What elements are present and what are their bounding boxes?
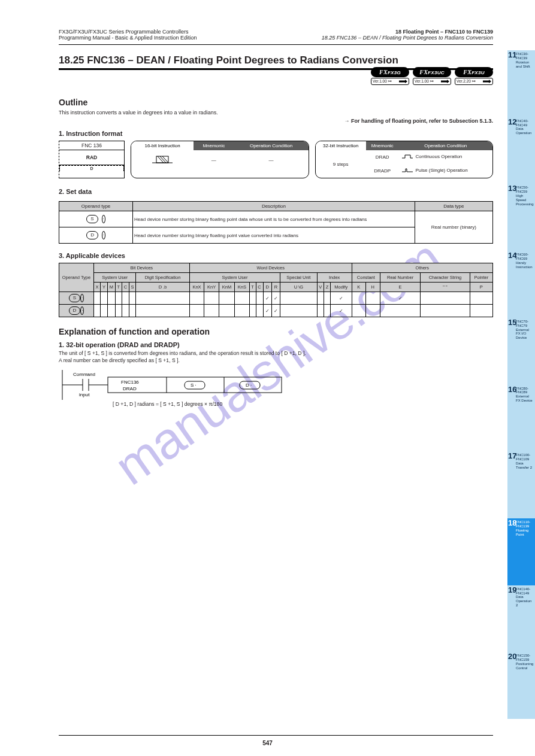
side-tab-11[interactable]: 11FNC30-FNC39 Rotation and Shift	[507, 50, 535, 117]
exp-formula: [ D +1, D ] radians = [ S +1, S ] degree…	[113, 401, 493, 408]
sd-h0: Operand type	[59, 202, 133, 211]
tab-number: 19	[508, 586, 516, 595]
tg-sub-word1: System User	[189, 273, 280, 283]
tg-col: D .b	[136, 283, 189, 292]
badge-fx3uc-top: FX3UC	[428, 70, 445, 75]
svg-text:D ·: D ·	[246, 382, 252, 388]
tg-col: R	[271, 283, 280, 292]
svg-marker-3	[447, 80, 449, 83]
tg-col: X	[93, 283, 100, 292]
ladder-fnc-name: DRAD	[123, 386, 137, 391]
outline-text: This instruction converts a value in deg…	[59, 110, 493, 116]
side-tab-16[interactable]: 16FNC80-FNC89 External FX Device	[507, 385, 535, 452]
tg-cell: ✓	[263, 292, 271, 305]
b32-h1: Mnemonic	[366, 141, 399, 150]
tg-cell	[93, 305, 100, 317]
tg-col: KnX	[189, 283, 204, 292]
side-tab-17[interactable]: 17FNC100-FNC109 Data Transfer 2	[507, 451, 535, 518]
b16-cond: —	[234, 150, 309, 169]
b32-m0: DRAD	[366, 150, 399, 164]
hatched-icon	[149, 154, 176, 166]
tg-sub-word2: Special Unit	[280, 273, 317, 283]
svg-text:Command: Command	[73, 372, 95, 377]
tab-number: 18	[508, 519, 516, 528]
tg-col: S	[129, 283, 135, 292]
tg-cell	[136, 305, 189, 317]
instruction-format: FNC 136 RAD D 16-bit Instruction Mnemoni…	[59, 141, 493, 178]
side-tab-18[interactable]: 18FNC110-FNC139 Floating Point	[507, 518, 535, 585]
side-tab-15[interactable]: 15FNC70-FNC79 External FX I/O Device	[507, 318, 535, 385]
side-tab-19[interactable]: 19FNC140-FNC149 Data Operation 2	[507, 585, 535, 652]
svg-rect-4	[483, 81, 489, 83]
page: manualshive.com FX3G/FX3U/FX3UC Series P…	[0, 0, 535, 756]
tg-cell	[365, 305, 380, 317]
section-title: 18.25 FNC136 – DEAN / Floating Point Deg…	[59, 54, 493, 66]
tg-col: Modify	[330, 283, 352, 292]
outline-reference: → For handling of floating point, refer …	[59, 118, 493, 124]
tg-h-word: Word Devices	[189, 263, 352, 273]
svg-text:input: input	[79, 392, 90, 397]
tab-label: FNC80-FNC89 External FX Device	[516, 387, 533, 403]
tab-label: FNC50-FNC59 High Speed Processing	[516, 186, 533, 206]
tg-col: KnS	[235, 283, 250, 292]
page-header: FX3G/FX3U/FX3UC Series Programmable Cont…	[59, 29, 493, 41]
svg-text:S ·: S ·	[191, 382, 197, 388]
side-tabs: 11FNC30-FNC39 Rotation and Shift12FNC40-…	[507, 50, 535, 719]
fnc-mnemonic: RAD	[59, 150, 124, 165]
sd-r0-pill1: ·	[102, 215, 105, 223]
tab-label: FNC150-FNC159 Positioning Control	[516, 654, 533, 670]
continuous-icon	[402, 154, 413, 159]
tg-col: Z	[324, 283, 331, 292]
b32-c0: Continuous Operation	[415, 154, 462, 159]
tg-cell	[129, 292, 135, 305]
tg-cell: ✓	[330, 305, 352, 317]
tg-cell	[122, 305, 129, 317]
format-heading: 1. Instruction format	[59, 130, 493, 137]
tg-cell	[219, 292, 234, 305]
tab-label: FNC30-FNC39 Rotation and Shift	[516, 52, 533, 69]
tg-cell	[107, 305, 115, 317]
side-tab-20[interactable]: 20FNC150-FNC159 Positioning Control	[507, 652, 535, 719]
b16-mnemonic: —	[194, 150, 234, 169]
badge-fx3g-bot: Ver.1.00 ↦	[373, 79, 392, 84]
side-tab-13[interactable]: 13FNC50-FNC59 High Speed Processing	[507, 184, 535, 251]
tg-col: V	[317, 283, 324, 292]
tg-cell	[380, 305, 420, 317]
exp-sub: 1. 32-bit operation (DRAD and DRADP)	[59, 341, 493, 348]
header-left-bottom: Programming Manual - Basic & Applied Ins…	[59, 35, 197, 41]
box-32bit: 32-bit Instruction Mnemonic Operation Co…	[315, 141, 494, 178]
sd-r0-pill0: S	[86, 215, 98, 223]
b32-steps: 9 steps	[316, 150, 366, 178]
badge-fx3uc: FXFX3UC Ver.1.00 ↦	[413, 67, 451, 85]
tab-label: FNC100-FNC109 Data Transfer 2	[516, 453, 533, 470]
side-tab-12[interactable]: 12FNC40-FNC49 Data Operation	[507, 117, 535, 184]
tg-cell	[107, 292, 115, 305]
tg-cell: ✓	[271, 292, 280, 305]
tg-cell	[352, 292, 365, 305]
b16-h1: Mnemonic	[194, 141, 234, 150]
tg-cell	[317, 292, 324, 305]
tg-sub-word3: Index	[317, 273, 352, 283]
tg-cell	[189, 305, 204, 317]
tab-label: FNC40-FNC49 Data Operation	[516, 119, 533, 136]
tg-cell	[115, 305, 122, 317]
side-tab-14[interactable]: 14FNC60-FNC69 Handy Instruction	[507, 251, 535, 318]
explanation-heading: Explanation of function and operation	[59, 327, 493, 336]
tab-number: 17	[508, 452, 516, 461]
tab-label: FNC70-FNC79 External FX I/O Device	[516, 320, 533, 340]
tg-col: U \G	[280, 283, 317, 292]
b32-h2: Operation Condition	[398, 141, 492, 150]
sd-r1-desc: Head device number storing binary floati…	[133, 227, 415, 244]
tg-cell	[219, 305, 234, 317]
badge-fx3u-bot: Ver.2.20 ↦	[457, 79, 476, 84]
tg-sub-o4: Pointer	[470, 273, 492, 283]
tg-cell	[115, 292, 122, 305]
tg-col: D	[263, 283, 271, 292]
header-right-top: 18 Floating Point – FNC110 to FNC139	[322, 29, 493, 35]
tab-label: FNC110-FNC139 Floating Point	[516, 520, 533, 537]
tg-cell	[470, 292, 492, 305]
tg-sub-bit2: Digit Specification	[136, 273, 189, 283]
svg-marker-1	[405, 80, 407, 83]
b16-h0: 16-bit Instruction	[131, 141, 194, 150]
tg-cell	[122, 292, 129, 305]
